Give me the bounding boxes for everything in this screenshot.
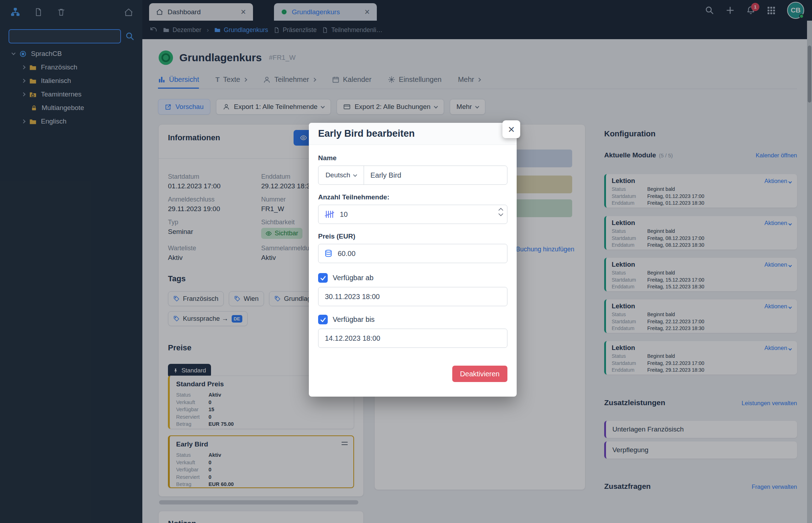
modal-footer: Deaktivieren [318,366,507,382]
available-from-checkbox[interactable] [318,273,328,283]
language-select[interactable]: Deutsch [318,166,364,184]
available-from-row: Verfügbar ab [318,273,507,283]
available-until-input[interactable]: 14.12.2023 18:00 [318,329,507,348]
count-input[interactable]: 10 [318,205,507,224]
available-until-label: Verfügbar bis [333,315,375,324]
chevron-down-icon [353,173,357,177]
available-until-row: Verfügbar bis [318,315,507,324]
number-stepper [498,207,503,217]
name-value: Early Bird [370,171,401,179]
close-icon: × [508,123,515,136]
available-from-value: 30.11.2023 18:00 [325,293,380,301]
price-input[interactable]: 60.00 [318,244,507,263]
modal-close-button[interactable]: × [502,120,520,138]
app-root: SprachCB Französisch Italienisch Teamint… [0,0,812,523]
modal-title: Early Bird bearbeiten [318,128,415,139]
available-from-label: Verfügbar ab [333,274,374,282]
available-until-checkbox[interactable] [318,315,328,324]
available-from-input[interactable]: 30.11.2023 18:00 [318,287,507,306]
check-icon [320,317,326,323]
tally-icon [324,210,335,219]
deactivate-button[interactable]: Deaktivieren [452,366,507,382]
name-input-group: Deutsch Early Bird [318,166,507,185]
stepper-down-icon[interactable] [498,213,503,217]
stepper-up-icon[interactable] [498,207,503,211]
count-value: 10 [340,210,348,219]
price-label: Preis (EUR) [318,232,507,240]
available-until-value: 14.12.2023 18:00 [325,334,380,342]
modal-header: Early Bird bearbeiten [309,123,517,145]
edit-price-modal: Early Bird bearbeiten Name Deutsch Early… [309,123,517,397]
language-value: Deutsch [326,171,350,179]
name-label: Name [318,154,507,162]
name-input[interactable]: Early Bird [364,166,507,184]
coins-icon [324,249,333,258]
count-label: Anzahl Teilnehmende: [318,193,507,201]
modal-body: Name Deutsch Early Bird Anzahl Teilnehme… [309,145,517,382]
price-value: 60.00 [338,250,355,258]
check-icon [320,275,326,281]
